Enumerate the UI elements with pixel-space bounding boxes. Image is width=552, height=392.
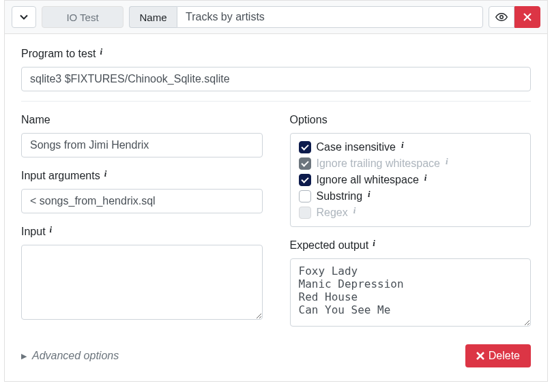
name-label: Name [21,114,263,126]
info-icon[interactable]: i [353,206,356,215]
case-name-input[interactable] [21,133,263,157]
info-icon[interactable]: i [401,140,404,149]
input-args-label: Input argumentsi [21,170,263,182]
close-icon [476,352,484,360]
chevron-down-icon [20,13,28,21]
header-actions [489,6,540,28]
left-column: Name Input argumentsi Inputi [21,114,263,329]
info-icon[interactable]: i [50,225,53,234]
test-name-input[interactable] [177,6,483,28]
program-input[interactable] [21,67,531,91]
eye-icon [495,11,508,23]
checkbox-checked-icon [299,141,311,153]
panel-header: IO Test Name [5,1,547,34]
options-box: Case insensitive i Ignore trailing white… [290,133,532,227]
delete-button[interactable]: Delete [465,344,531,367]
checkbox-checked-disabled-icon [299,157,311,170]
visibility-toggle[interactable] [489,6,514,28]
info-icon[interactable]: i [446,157,448,166]
info-icon[interactable]: i [100,47,102,56]
panel-body: Program to testi Name Input argumentsi I… [5,34,547,381]
option-ignore-trailing-whitespace: Ignore trailing whitespace i [299,155,523,172]
svg-point-0 [500,16,504,19]
info-icon[interactable]: i [368,190,371,198]
footer-row: ▶ Advanced options Delete [21,344,531,367]
option-case-insensitive[interactable]: Case insensitive i [299,139,523,155]
info-icon[interactable]: i [373,239,375,247]
io-test-panel: IO Test Name Program to testi Name [4,0,548,382]
checkbox-unchecked-icon [299,190,311,202]
expected-output-label: Expected outputi [290,239,532,252]
collapse-toggle[interactable] [12,6,36,28]
program-label: Program to testi [21,48,531,60]
right-column: Options Case insensitive i Ignore traili… [290,114,532,329]
expected-output-textarea[interactable] [290,258,532,327]
name-field-label: Name [129,6,177,28]
checkbox-checked-icon [299,174,311,186]
input-args-input[interactable] [21,189,263,213]
input-label: Inputi [21,226,263,238]
info-icon[interactable]: i [424,173,427,182]
option-ignore-all-whitespace[interactable]: Ignore all whitespace i [299,172,523,188]
test-type-badge: IO Test [42,6,124,28]
option-substring[interactable]: Substring i [299,188,523,205]
close-icon [523,13,532,21]
options-label: Options [290,114,532,126]
divider [21,101,531,102]
option-regex: Regex i [299,205,523,221]
checkbox-unchecked-disabled-icon [299,207,311,219]
advanced-options-toggle[interactable]: ▶ Advanced options [21,350,119,362]
caret-right-icon: ▶ [21,352,27,361]
remove-test-button[interactable] [514,6,540,28]
info-icon[interactable]: i [104,169,107,178]
input-textarea[interactable] [21,245,263,320]
